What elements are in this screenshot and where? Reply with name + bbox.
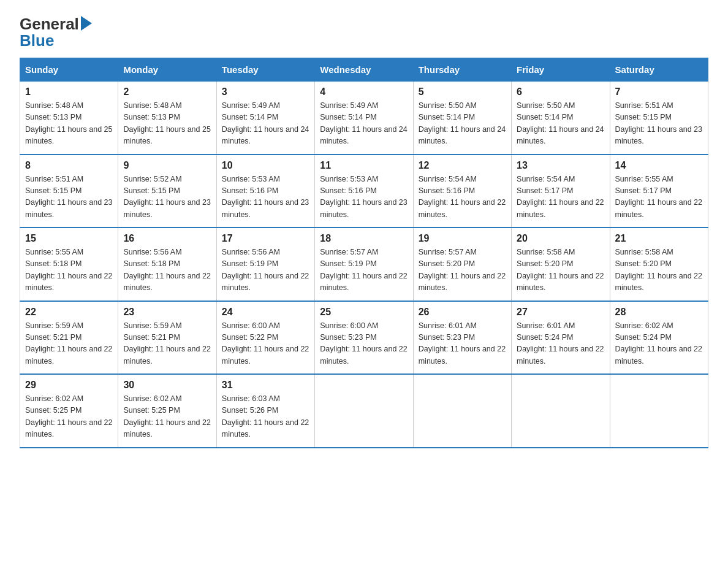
- calendar-cell: [315, 374, 413, 448]
- calendar-week-row: 8 Sunrise: 5:51 AM Sunset: 5:15 PM Dayli…: [20, 155, 708, 228]
- day-number: 18: [320, 233, 408, 244]
- weekday-header-tuesday: Tuesday: [216, 58, 314, 82]
- day-number: 29: [25, 380, 113, 391]
- day-number: 11: [320, 160, 408, 171]
- calendar-cell: 10 Sunrise: 5:53 AM Sunset: 5:16 PM Dayl…: [216, 155, 314, 228]
- calendar-cell: 4 Sunrise: 5:49 AM Sunset: 5:14 PM Dayli…: [315, 82, 413, 155]
- day-info: Sunrise: 5:55 AM Sunset: 5:18 PM Dayligh…: [25, 247, 113, 294]
- day-number: 4: [320, 86, 408, 98]
- calendar-cell: 12 Sunrise: 5:54 AM Sunset: 5:16 PM Dayl…: [413, 155, 511, 228]
- logo: General Blue: [20, 15, 92, 50]
- day-number: 16: [123, 233, 211, 244]
- weekday-header-sunday: Sunday: [20, 58, 118, 82]
- day-info: Sunrise: 5:52 AM Sunset: 5:15 PM Dayligh…: [123, 174, 211, 221]
- calendar-cell: 26 Sunrise: 6:01 AM Sunset: 5:23 PM Dayl…: [413, 301, 511, 375]
- day-info: Sunrise: 5:53 AM Sunset: 5:16 PM Dayligh…: [222, 174, 309, 221]
- day-number: 20: [517, 233, 604, 244]
- calendar-week-row: 15 Sunrise: 5:55 AM Sunset: 5:18 PM Dayl…: [20, 228, 708, 301]
- day-number: 25: [320, 307, 408, 318]
- calendar-week-row: 22 Sunrise: 5:59 AM Sunset: 5:21 PM Dayl…: [20, 301, 708, 375]
- calendar-cell: 1 Sunrise: 5:48 AM Sunset: 5:13 PM Dayli…: [20, 82, 118, 155]
- day-number: 1: [25, 86, 113, 98]
- calendar-cell: 25 Sunrise: 6:00 AM Sunset: 5:23 PM Dayl…: [315, 301, 413, 375]
- weekday-header-friday: Friday: [512, 58, 610, 82]
- calendar-week-row: 1 Sunrise: 5:48 AM Sunset: 5:13 PM Dayli…: [20, 82, 708, 155]
- day-number: 21: [615, 233, 703, 244]
- calendar-cell: 20 Sunrise: 5:58 AM Sunset: 5:20 PM Dayl…: [512, 228, 610, 301]
- weekday-header-monday: Monday: [118, 58, 216, 82]
- day-number: 9: [123, 160, 211, 171]
- day-number: 17: [222, 233, 309, 244]
- day-number: 30: [123, 380, 211, 391]
- calendar-cell: 22 Sunrise: 5:59 AM Sunset: 5:21 PM Dayl…: [20, 301, 118, 375]
- calendar-week-row: 29 Sunrise: 6:02 AM Sunset: 5:25 PM Dayl…: [20, 374, 708, 448]
- day-number: 8: [25, 160, 113, 171]
- calendar-cell: 14 Sunrise: 5:55 AM Sunset: 5:17 PM Dayl…: [610, 155, 708, 228]
- day-info: Sunrise: 5:56 AM Sunset: 5:18 PM Dayligh…: [123, 247, 211, 294]
- day-number: 31: [222, 380, 309, 391]
- calendar-cell: 24 Sunrise: 6:00 AM Sunset: 5:22 PM Dayl…: [216, 301, 314, 375]
- calendar-cell: 13 Sunrise: 5:54 AM Sunset: 5:17 PM Dayl…: [512, 155, 610, 228]
- calendar-cell: 28 Sunrise: 6:02 AM Sunset: 5:24 PM Dayl…: [610, 301, 708, 375]
- day-number: 13: [517, 160, 604, 171]
- calendar-cell: 18 Sunrise: 5:57 AM Sunset: 5:19 PM Dayl…: [315, 228, 413, 301]
- day-number: 2: [123, 86, 211, 98]
- calendar-cell: 7 Sunrise: 5:51 AM Sunset: 5:15 PM Dayli…: [610, 82, 708, 155]
- calendar-cell: 2 Sunrise: 5:48 AM Sunset: 5:13 PM Dayli…: [118, 82, 216, 155]
- day-info: Sunrise: 5:59 AM Sunset: 5:21 PM Dayligh…: [25, 320, 113, 368]
- day-info: Sunrise: 5:58 AM Sunset: 5:20 PM Dayligh…: [615, 247, 703, 294]
- day-info: Sunrise: 6:01 AM Sunset: 5:24 PM Dayligh…: [517, 320, 604, 368]
- calendar-cell: 9 Sunrise: 5:52 AM Sunset: 5:15 PM Dayli…: [118, 155, 216, 228]
- day-number: 12: [419, 160, 506, 171]
- calendar-cell: 6 Sunrise: 5:50 AM Sunset: 5:14 PM Dayli…: [512, 82, 610, 155]
- logo-blue: Blue: [20, 31, 54, 50]
- day-info: Sunrise: 5:48 AM Sunset: 5:13 PM Dayligh…: [123, 100, 211, 148]
- calendar-table: SundayMondayTuesdayWednesdayThursdayFrid…: [20, 58, 708, 448]
- day-number: 28: [615, 307, 703, 318]
- calendar-cell: 21 Sunrise: 5:58 AM Sunset: 5:20 PM Dayl…: [610, 228, 708, 301]
- day-info: Sunrise: 6:00 AM Sunset: 5:23 PM Dayligh…: [320, 320, 408, 368]
- calendar-cell: [610, 374, 708, 448]
- day-info: Sunrise: 6:03 AM Sunset: 5:26 PM Dayligh…: [222, 393, 309, 441]
- day-info: Sunrise: 5:53 AM Sunset: 5:16 PM Dayligh…: [320, 174, 408, 221]
- calendar-cell: 27 Sunrise: 6:01 AM Sunset: 5:24 PM Dayl…: [512, 301, 610, 375]
- day-info: Sunrise: 5:50 AM Sunset: 5:14 PM Dayligh…: [517, 100, 604, 148]
- day-info: Sunrise: 5:49 AM Sunset: 5:14 PM Dayligh…: [222, 100, 309, 148]
- day-number: 22: [25, 307, 113, 318]
- day-number: 10: [222, 160, 309, 171]
- day-number: 19: [419, 233, 506, 244]
- weekday-header-wednesday: Wednesday: [315, 58, 413, 82]
- day-info: Sunrise: 5:49 AM Sunset: 5:14 PM Dayligh…: [320, 100, 408, 148]
- calendar-cell: 16 Sunrise: 5:56 AM Sunset: 5:18 PM Dayl…: [118, 228, 216, 301]
- calendar-cell: 8 Sunrise: 5:51 AM Sunset: 5:15 PM Dayli…: [20, 155, 118, 228]
- day-info: Sunrise: 5:57 AM Sunset: 5:20 PM Dayligh…: [419, 247, 506, 294]
- calendar-cell: 30 Sunrise: 6:02 AM Sunset: 5:25 PM Dayl…: [118, 374, 216, 448]
- weekday-header-saturday: Saturday: [610, 58, 708, 82]
- day-number: 15: [25, 233, 113, 244]
- calendar-cell: 15 Sunrise: 5:55 AM Sunset: 5:18 PM Dayl…: [20, 228, 118, 301]
- page-header: General Blue: [20, 15, 708, 50]
- day-number: 14: [615, 160, 703, 171]
- day-info: Sunrise: 5:48 AM Sunset: 5:13 PM Dayligh…: [25, 100, 113, 148]
- weekday-header-row: SundayMondayTuesdayWednesdayThursdayFrid…: [20, 58, 708, 82]
- day-info: Sunrise: 6:02 AM Sunset: 5:25 PM Dayligh…: [123, 393, 211, 441]
- day-number: 23: [123, 307, 211, 318]
- day-info: Sunrise: 6:01 AM Sunset: 5:23 PM Dayligh…: [419, 320, 506, 368]
- day-number: 6: [517, 86, 604, 98]
- day-number: 5: [419, 86, 506, 98]
- calendar-cell: [413, 374, 511, 448]
- weekday-header-thursday: Thursday: [413, 58, 511, 82]
- day-info: Sunrise: 5:54 AM Sunset: 5:16 PM Dayligh…: [419, 174, 506, 221]
- day-info: Sunrise: 6:00 AM Sunset: 5:22 PM Dayligh…: [222, 320, 309, 368]
- calendar-cell: 23 Sunrise: 5:59 AM Sunset: 5:21 PM Dayl…: [118, 301, 216, 375]
- day-number: 24: [222, 307, 309, 318]
- calendar-cell: 11 Sunrise: 5:53 AM Sunset: 5:16 PM Dayl…: [315, 155, 413, 228]
- day-info: Sunrise: 5:55 AM Sunset: 5:17 PM Dayligh…: [615, 174, 703, 221]
- day-info: Sunrise: 5:57 AM Sunset: 5:19 PM Dayligh…: [320, 247, 408, 294]
- day-info: Sunrise: 6:02 AM Sunset: 5:25 PM Dayligh…: [25, 393, 113, 441]
- day-info: Sunrise: 5:51 AM Sunset: 5:15 PM Dayligh…: [25, 174, 113, 221]
- day-info: Sunrise: 6:02 AM Sunset: 5:24 PM Dayligh…: [615, 320, 703, 368]
- day-number: 27: [517, 307, 604, 318]
- day-number: 26: [419, 307, 506, 318]
- calendar-cell: 17 Sunrise: 5:56 AM Sunset: 5:19 PM Dayl…: [216, 228, 314, 301]
